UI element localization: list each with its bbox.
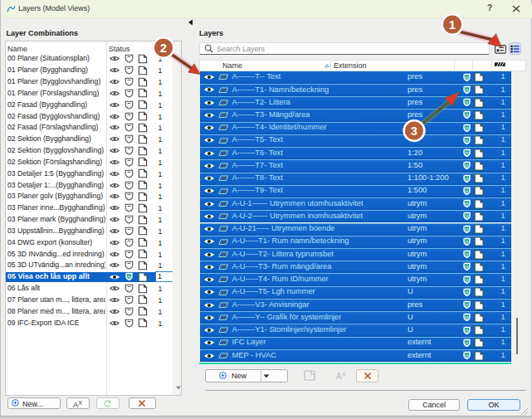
svg-text:1: 1 [449,18,456,32]
svg-text:3: 3 [411,124,417,138]
svg-text:2: 2 [160,41,167,55]
